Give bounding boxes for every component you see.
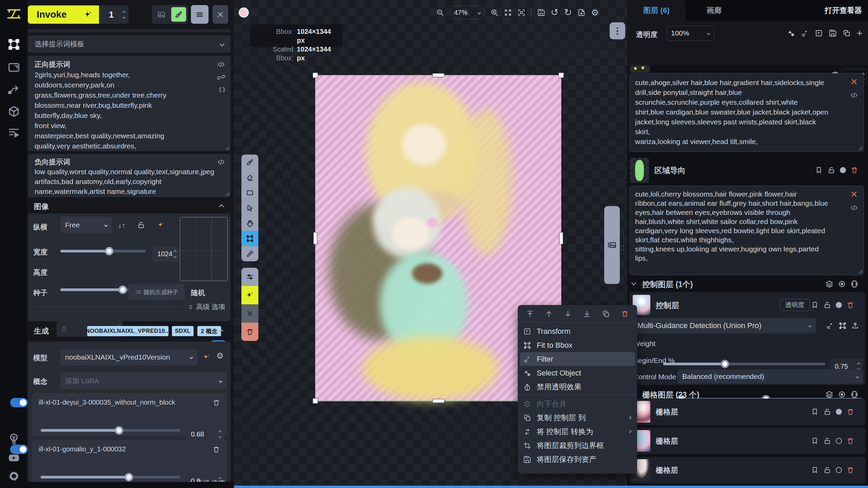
generation-section-header[interactable]: 生成 NOOBAIXLNAIXL_VPRED10... SDXL 2 概念 <box>28 325 231 337</box>
select-object-icon[interactable] <box>787 29 795 37</box>
visibility-dot-icon[interactable] <box>840 167 846 173</box>
menu-item-convert-control-layer-to[interactable]: 将 控制层 转换为 <box>518 425 637 439</box>
swap-dimensions-icon[interactable]: ↓↑ <box>118 221 125 230</box>
visibility-dot-icon[interactable] <box>836 438 842 444</box>
lock-icon[interactable] <box>823 301 831 309</box>
remove-prompt-icon[interactable] <box>850 190 858 198</box>
layers-icon[interactable] <box>825 280 833 288</box>
duplicate-icon[interactable] <box>843 29 851 37</box>
panel-menu-button[interactable] <box>191 5 209 24</box>
delete-trash-icon[interactable] <box>846 437 854 445</box>
raster-layer-row[interactable]: 栅格层 <box>629 457 865 483</box>
canvas-settings-gear-icon[interactable]: ⚙ <box>591 7 599 18</box>
open-viewer-link[interactable]: 打开查看器 <box>825 0 862 21</box>
redo-icon[interactable]: ↻ <box>564 8 572 17</box>
lora-weight-slider[interactable] <box>41 429 180 432</box>
nav-canvas-frame-icon[interactable] <box>7 38 20 51</box>
bbox-handle-top-right[interactable] <box>558 73 564 78</box>
resize-handle[interactable] <box>224 145 229 150</box>
optimize-size-sparkle-icon[interactable] <box>157 221 165 229</box>
tab-layers[interactable]: 图层 (6) <box>627 0 686 21</box>
nav-queue-list-icon[interactable] <box>7 126 20 139</box>
bbox-tool[interactable] <box>241 231 258 246</box>
bbox-handle-top-left[interactable] <box>313 73 318 78</box>
negative-prompt-box[interactable]: 负向提示词 low quality,worst quality,normal q… <box>28 154 231 197</box>
color-swatch[interactable] <box>239 7 249 18</box>
nav-aspect-image-icon[interactable] <box>7 61 20 74</box>
menu-item-save-layer-to-assets[interactable]: 将图层保存到资产 <box>518 452 637 466</box>
delete-trash-icon[interactable] <box>212 445 220 453</box>
menu-item-disable-transparency[interactable]: 禁用透明效果 <box>518 380 637 394</box>
bbox-handle-top[interactable] <box>432 73 445 77</box>
width-slider[interactable] <box>60 250 146 252</box>
model-select[interactable]: noobaiXLNAIXL_vPred10Version <box>60 349 197 365</box>
apply-filter-button[interactable] <box>241 286 258 304</box>
image-mode-button[interactable] <box>154 7 169 22</box>
bbox-handle-left[interactable] <box>313 232 317 244</box>
prompt-code-icon[interactable] <box>217 158 225 166</box>
bookmark-icon[interactable] <box>811 301 819 309</box>
canvas-kebab-menu-button[interactable]: ⋮ <box>610 22 625 39</box>
image-section-header[interactable]: 图像 <box>28 201 231 212</box>
queue-count-stepper[interactable]: 1 <box>99 5 129 24</box>
bookmark-icon[interactable] <box>811 466 819 474</box>
canvas-frame-icon[interactable] <box>850 390 859 399</box>
visibility-eye-icon[interactable] <box>838 280 846 288</box>
positive-prompt-text[interactable]: 2girls,yuri,hug,heads together, outdoors… <box>35 70 209 151</box>
raster-layer-row[interactable]: 栅格层 <box>629 428 865 454</box>
lock-aspect-icon[interactable] <box>137 221 145 229</box>
bbox-handle-bottom-left[interactable] <box>313 398 318 404</box>
regional-prompt-text[interactable]: cute,ahoge,silver hair,blue hair,gradien… <box>635 78 843 146</box>
lora-weight-slider[interactable] <box>41 476 180 479</box>
control-layers-section-header[interactable]: 控制图层 (1个) <box>627 277 868 291</box>
control-model-select[interactable]: Multi-Guidance Detection (Union Pro) <box>633 318 816 333</box>
fit-bbox-icon[interactable] <box>517 8 526 17</box>
filter-wand-icon[interactable] <box>801 29 809 37</box>
eraser-tool[interactable] <box>241 170 258 185</box>
export-upload-icon[interactable] <box>851 322 859 330</box>
model-settings-gear-icon[interactable]: ⚙ <box>216 351 224 361</box>
close-panel-button[interactable] <box>213 5 228 24</box>
weight-slider[interactable] <box>663 363 825 365</box>
new-canvas-icon[interactable] <box>577 8 586 17</box>
gallery-panel-handle[interactable] <box>604 206 620 284</box>
menu-item-crop-layer-to-bbox[interactable]: 将图层裁剪到边界框 <box>518 439 637 452</box>
delete-trash-icon[interactable] <box>846 301 854 309</box>
bookmark-icon[interactable] <box>815 166 823 174</box>
negative-prompt-text[interactable]: low quality,worst quality,normal quality… <box>35 167 219 196</box>
canvas-brush-mode-button[interactable] <box>171 7 186 22</box>
filter-settings-button[interactable] <box>241 268 258 286</box>
pan-tool[interactable] <box>241 216 258 231</box>
resize-handle[interactable] <box>224 191 229 196</box>
undo-icon[interactable]: ↺ <box>551 8 558 17</box>
move-to-top-icon[interactable] <box>526 310 534 318</box>
nav-workflow-icon[interactable] <box>7 83 20 96</box>
menu-item-copy-control-layer-to[interactable]: 复制 控制层 到 <box>518 411 637 425</box>
move-tool[interactable] <box>241 200 258 216</box>
delete-trash-icon[interactable] <box>850 166 859 174</box>
cancel-filter-button[interactable] <box>241 304 258 323</box>
prompt-link-icon[interactable] <box>217 73 225 81</box>
model-sparkle-icon[interactable] <box>202 353 210 361</box>
eyedropper-tool[interactable] <box>241 246 258 261</box>
random-seed-button[interactable]: 随机生成种子 <box>129 284 185 300</box>
zoom-out-icon[interactable] <box>436 8 444 17</box>
lock-icon[interactable] <box>823 466 831 474</box>
menu-item-transform[interactable]: Transform <box>518 324 637 338</box>
lora-enabled-toggle[interactable] <box>10 445 28 454</box>
lora-enabled-toggle[interactable] <box>10 398 28 407</box>
raster-layer-row[interactable]: 栅格层 <box>629 399 865 425</box>
partial-layer-thumbnail[interactable] <box>630 65 650 73</box>
prompt-template-selector[interactable]: 选择提示词模板 <box>28 35 231 53</box>
brush-tool[interactable] <box>241 155 258 170</box>
control-mode-select[interactable]: Balanced (recommended) <box>677 369 863 384</box>
visibility-dot-icon[interactable] <box>836 467 842 473</box>
fit-bbox-icon[interactable] <box>839 322 847 330</box>
delete-trash-icon[interactable] <box>846 466 854 474</box>
delete-trash-icon[interactable] <box>212 399 220 407</box>
filter-wand-icon[interactable] <box>826 322 834 330</box>
zoom-level-select[interactable]: 47% <box>450 6 485 19</box>
panel-resize-handle[interactable] <box>623 237 624 255</box>
move-to-bottom-icon[interactable] <box>583 310 591 318</box>
bookmark-icon[interactable] <box>811 437 819 445</box>
